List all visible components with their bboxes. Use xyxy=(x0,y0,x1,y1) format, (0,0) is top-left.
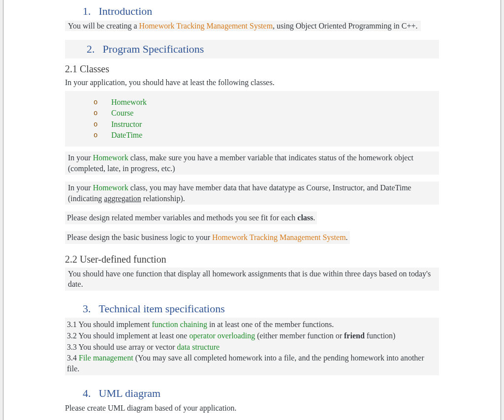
section-3-heading: 3. Technical item specifications xyxy=(83,301,439,316)
l2b-text: (either member function or xyxy=(255,331,344,340)
section-31-line: 3.1 You should implement function chaini… xyxy=(67,319,437,330)
section-4-body: Please create UML diagram based of your … xyxy=(65,403,439,414)
intro-tail: , using Object Oriented Programming in C… xyxy=(273,22,417,30)
p3b-class: class xyxy=(297,213,313,222)
section-1-body: You will be creating a Homework Tracking… xyxy=(65,21,439,31)
list-bullet-icon: o xyxy=(94,98,97,107)
list-item: oCourse xyxy=(94,108,436,119)
document-viewport: 1. Introduction You will be creating a H… xyxy=(0,0,504,420)
list-bullet-icon: o xyxy=(94,120,97,129)
p3a-text: Please design related member variables a… xyxy=(67,213,297,222)
page-content: 1. Introduction You will be creating a H… xyxy=(65,0,439,420)
l2c-text: function) xyxy=(365,331,396,340)
section-21-p1: In your Homework class, make sure you ha… xyxy=(65,151,439,175)
section-21-p2: In your Homework class, you may have mem… xyxy=(65,181,439,205)
section-3-body: 3.1 You should implement function chaini… xyxy=(65,318,439,375)
list-item: oInstructor xyxy=(94,119,436,130)
p4b-system: Homework Tracking Management System xyxy=(212,233,346,241)
section-21-lead: In your application, you should have at … xyxy=(65,77,439,88)
section-1-number: 1. xyxy=(83,4,91,19)
l2a-text: 3.2 You should implement at least one xyxy=(67,331,189,340)
p1b-homework: Homework xyxy=(93,153,128,162)
p4-block: Please design the basic business logic t… xyxy=(65,231,350,244)
p3-block: Please design related member variables a… xyxy=(65,211,317,224)
p2d-text: relationship). xyxy=(141,194,185,203)
section-34-line: 3.4 File management (You may save all co… xyxy=(67,353,437,374)
intro-system-name: Homework Tracking Management System xyxy=(139,22,273,30)
section-1-body-highlight: You will be creating a Homework Tracking… xyxy=(65,21,421,31)
l3a-text: 3.3 You should use array or vector xyxy=(67,343,177,351)
l1a-text: 3.1 You should implement xyxy=(67,320,152,329)
section-32-line: 3.2 You should implement at least one op… xyxy=(67,330,437,341)
section-22-body: You should have one function that displa… xyxy=(65,268,439,291)
class-name-course: Course xyxy=(111,109,133,117)
p2a-text: In your xyxy=(68,183,93,192)
list-item: oDateTime xyxy=(94,130,436,141)
section-1-heading: 1. Introduction xyxy=(83,4,439,19)
section-4-title: UML diagram xyxy=(99,387,161,399)
l2g-operator-overloading: operator overloading xyxy=(189,331,255,340)
p2b-homework: Homework xyxy=(93,183,128,192)
section-3-number: 3. xyxy=(83,301,91,316)
l4a-text: 3.4 xyxy=(67,354,79,362)
l1b-text: in at least one of the member functions. xyxy=(207,320,334,329)
p3c-text: . xyxy=(313,213,315,222)
l1g-function-chaining: function chaining xyxy=(152,320,207,329)
section-2-heading-block: 2. Program Specifications xyxy=(65,40,439,59)
p2u-aggregation: aggregation xyxy=(104,194,141,203)
class-name-homework: Homework xyxy=(111,98,147,106)
section-21-heading: 2.1 Classes xyxy=(65,62,439,76)
list-item: oHomework xyxy=(94,97,436,108)
class-name-instructor: Instructor xyxy=(111,120,142,128)
intro-lead: You will be creating a xyxy=(68,22,139,30)
section-2-number: 2. xyxy=(87,42,95,57)
p4a-text: Please design the basic business logic t… xyxy=(67,233,212,241)
class-list-block: oHomework oCourse oInstructor oDateTime xyxy=(65,91,439,147)
page: 1. Introduction You will be creating a H… xyxy=(3,0,501,420)
list-bullet-icon: o xyxy=(94,131,97,140)
section-22-heading: 2.2 User-defined function xyxy=(65,253,439,266)
l4g-file-management: File management xyxy=(79,354,133,362)
list-bullet-icon: o xyxy=(94,109,97,118)
p1a-text: In your xyxy=(68,153,93,162)
l3g-data-structure: data structure xyxy=(177,343,220,351)
l2-friend: friend xyxy=(344,331,365,340)
section-4-heading: 4. UML diagram xyxy=(83,386,439,401)
section-3-title: Technical item specifications xyxy=(99,302,225,315)
class-name-datetime: DateTime xyxy=(111,131,142,139)
section-4-number: 4. xyxy=(83,386,91,401)
section-2-title: Program Specifications xyxy=(103,43,204,55)
section-33-line: 3.3 You should use array or vector data … xyxy=(67,342,437,353)
p4c-text: . xyxy=(346,233,348,241)
section-21-p4: Please design the basic business logic t… xyxy=(65,231,439,244)
class-list: oHomework oCourse oInstructor oDateTime xyxy=(94,97,436,141)
section-1-title: Introduction xyxy=(99,5,153,17)
section-21-p3: Please design related member variables a… xyxy=(65,211,439,224)
